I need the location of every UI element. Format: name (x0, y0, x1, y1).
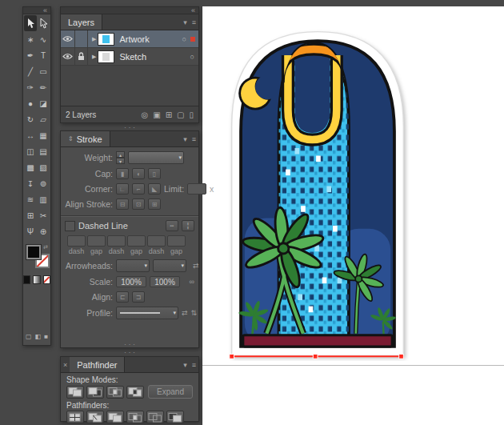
align-stroke-center-button[interactable]: ⊟ (116, 198, 129, 210)
spin-down-icon[interactable]: ▾ (116, 158, 125, 164)
artboard-tool[interactable]: ⊞ (24, 207, 37, 223)
layer-thumbnail[interactable] (98, 33, 114, 46)
align-stroke-outside-button[interactable]: ⊞ (148, 198, 161, 210)
toolbar-dockbar[interactable]: « (23, 7, 50, 14)
mesh-tool[interactable]: ▩ (24, 159, 37, 175)
dash-corners-button[interactable]: ╍ (166, 220, 178, 231)
cap-butt-button[interactable]: ▮ (116, 168, 129, 179)
new-sublayer-button[interactable]: ⊞ (166, 110, 172, 119)
visibility-toggle[interactable] (61, 30, 75, 47)
minus-back-button[interactable] (166, 411, 184, 423)
corner-bevel-button[interactable]: ◣ (148, 183, 161, 194)
swap-fill-stroke-icon[interactable]: ⇄ (43, 244, 48, 251)
disclosure-icon[interactable]: ▶ (92, 54, 96, 60)
scale-start-field[interactable]: 100% (116, 276, 146, 287)
panel-menu-arrow-icon[interactable]: ▾ (181, 357, 190, 372)
blob-brush-tool[interactable]: ● (24, 95, 37, 111)
panel-menu-icon[interactable]: ≡ (190, 357, 198, 372)
paintbrush-tool[interactable]: ✑ (24, 79, 37, 95)
exclude-button[interactable] (126, 386, 144, 399)
gradient-button[interactable] (33, 275, 40, 284)
corner-round-button[interactable]: ⌐ (132, 183, 145, 194)
make-clipping-mask-button[interactable]: ▣ (153, 110, 160, 119)
merge-button[interactable] (106, 411, 124, 423)
new-layer-button[interactable]: ▢ (177, 110, 184, 119)
link-scale-icon[interactable]: ∞ (190, 278, 194, 286)
symbol-sprayer-tool[interactable]: ≋ (24, 191, 37, 207)
direct-selection-tool[interactable] (37, 15, 50, 31)
unite-button[interactable] (66, 386, 84, 399)
corner-miter-button[interactable]: ∟ (116, 183, 129, 194)
hand-tool[interactable]: Ψ (24, 223, 37, 239)
cap-projecting-button[interactable]: ▯ (148, 168, 161, 179)
canvas[interactable] (202, 6, 504, 425)
lasso-tool[interactable]: ∿ (37, 31, 50, 47)
lock-toggle[interactable] (75, 30, 88, 47)
dash-preserve-button[interactable]: ╏ (182, 220, 194, 231)
weight-combo[interactable]: ▾ (128, 151, 184, 164)
width-tool[interactable]: ↔ (24, 127, 37, 143)
tab-pathfinder[interactable]: Pathfinder (70, 357, 125, 372)
panel-menu-icon[interactable]: ≡ (190, 14, 198, 30)
arrowhead-end-combo[interactable]: ▾ (153, 259, 186, 272)
delete-layer-button[interactable]: ▯ (189, 110, 194, 119)
flip-along-icon[interactable]: ⇄ (182, 309, 188, 317)
layer-thumbnail[interactable] (98, 50, 114, 63)
none-button[interactable] (43, 275, 50, 284)
rectangle-tool[interactable]: ▭ (37, 63, 50, 79)
accordion-toggle-icon[interactable]: ⇕ (68, 135, 74, 142)
scale-tool[interactable]: ▱ (37, 111, 50, 127)
align-tip-button[interactable]: ⊏ (116, 291, 129, 303)
cap-round-button[interactable]: ◖ (132, 168, 145, 179)
align-end-button[interactable]: ⊐ (132, 291, 145, 303)
color-button[interactable] (23, 275, 30, 284)
dash-gap-field[interactable] (147, 235, 166, 247)
selection-tool[interactable] (24, 15, 37, 31)
divide-button[interactable] (66, 411, 84, 423)
limit-field[interactable] (187, 183, 206, 194)
arrowhead-start-combo[interactable]: ▾ (116, 259, 150, 272)
layers-dockbar[interactable]: « (61, 7, 198, 14)
stroke-panel-gripper[interactable] (61, 340, 198, 347)
screen-mode-full[interactable]: ■ (44, 333, 48, 340)
visibility-toggle[interactable] (61, 48, 75, 65)
panel-gripper[interactable] (60, 349, 199, 355)
panel-menu-icon[interactable]: ≡ (190, 131, 198, 146)
crop-button[interactable] (126, 411, 144, 423)
locate-object-button[interactable]: ◎ (141, 110, 148, 119)
trim-button[interactable] (86, 411, 104, 423)
screen-mode-menu[interactable]: ◧ (35, 333, 42, 340)
intersect-button[interactable] (106, 386, 124, 399)
dash-gap-field[interactable] (107, 235, 126, 247)
perspective-grid-tool[interactable]: ▤ (37, 143, 50, 159)
minus-front-button[interactable] (86, 386, 104, 399)
type-tool[interactable]: T (37, 47, 50, 63)
fill-swatch[interactable] (26, 245, 41, 259)
dash-gap-field[interactable] (67, 235, 86, 247)
artwork-sticker[interactable] (226, 26, 409, 361)
flip-across-icon[interactable]: ⇅ (191, 309, 198, 317)
target-icon[interactable]: ○ (182, 35, 186, 43)
lock-toggle[interactable] (75, 48, 88, 65)
close-panel-icon[interactable]: × (61, 357, 70, 372)
dash-gap-field[interactable] (87, 235, 106, 247)
dashed-line-checkbox[interactable] (65, 221, 75, 231)
panel-menu-arrow-icon[interactable]: ▾ (181, 14, 190, 30)
collapse-icon[interactable]: « (43, 8, 47, 13)
shape-builder-tool[interactable]: ◫ (24, 143, 37, 159)
tab-stroke[interactable]: ⇕ Stroke (61, 131, 110, 146)
zoom-tool[interactable]: ⊕ (37, 223, 50, 239)
target-icon[interactable]: ○ (190, 53, 194, 61)
rotate-tool[interactable]: ↻ (24, 111, 37, 127)
scale-end-field[interactable]: 100% (150, 276, 180, 287)
layer-row[interactable]: ▶Artwork○ (61, 30, 198, 48)
line-segment-tool[interactable]: ╱ (24, 63, 37, 79)
eraser-tool[interactable]: ◪ (37, 95, 50, 111)
screen-mode-normal[interactable]: ▢ (26, 333, 32, 340)
column-graph-tool[interactable]: ▥ (37, 191, 50, 207)
free-transform-tool[interactable]: ▦ (37, 127, 50, 143)
layer-name[interactable]: Sketch (119, 52, 190, 62)
expand-button[interactable]: Expand (148, 385, 193, 399)
eyedropper-tool[interactable]: ↧ (24, 175, 37, 191)
align-stroke-inside-button[interactable]: ⊡ (132, 198, 145, 210)
